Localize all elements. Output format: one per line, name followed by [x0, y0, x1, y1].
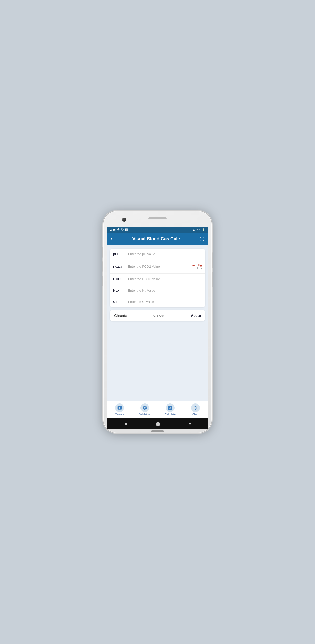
ph-row: pH Enter the pH Value [110, 249, 205, 260]
shield-icon: 🛡 [121, 228, 124, 231]
ph-label: pH [113, 252, 128, 256]
validation-nav-label: Validation [139, 413, 150, 416]
phone-screen: 2:35 ⚙ 🛡 ▤ ▲ ▲▲ 🔋 ‹ Visual Blood Gas Cal… [107, 227, 208, 429]
back-button[interactable]: ‹ [111, 236, 112, 242]
chronic-acute-toggle[interactable]: Chronic *2-5 Gün Acute [110, 310, 205, 321]
status-bar: 2:35 ⚙ 🛡 ▤ ▲ ▲▲ 🔋 [107, 227, 208, 233]
cl-field-wrap[interactable]: Enter the Cl Value [128, 300, 202, 304]
phone-top-bar [107, 216, 208, 225]
input-card: pH Enter the pH Value PCO2 Enter the PCO… [110, 249, 205, 307]
nav-camera[interactable]: Camera [107, 403, 132, 416]
app-title: Visual Blood Gas Calc [132, 236, 180, 242]
camera-nav-label: Camera [115, 413, 124, 416]
toggle-note: *2-5 Gün [153, 314, 165, 317]
hco3-row: HCO3 Enter the HCO3 Value [110, 274, 205, 285]
cl-row: Cl- Enter the Cl Value [110, 296, 205, 307]
calculate-nav-label: Calculate [165, 413, 176, 416]
content-area: pH Enter the pH Value PCO2 Enter the PCO… [107, 245, 208, 401]
camera-nav-icon [115, 403, 124, 412]
android-home-button[interactable]: ⬤ [156, 421, 160, 426]
ph-field-wrap[interactable]: Enter the pH Value [128, 252, 202, 256]
android-back-button[interactable]: ◀ [124, 422, 127, 426]
pco2-placeholder: Enter the PCO2 Value [128, 265, 160, 268]
validation-nav-icon [140, 403, 149, 412]
speaker-slot [148, 217, 167, 219]
na-placeholder: Enter the Na Value [128, 289, 155, 292]
cl-label: Cl- [113, 300, 128, 304]
battery-icon: 🔋 [202, 228, 205, 231]
info-button[interactable]: ⓘ [200, 236, 204, 242]
na-field-wrap[interactable]: Enter the Na Value [128, 289, 202, 292]
calculate-nav-icon [166, 403, 175, 412]
clear-nav-icon [191, 403, 200, 412]
nav-validation[interactable]: Validation [132, 403, 158, 416]
unit-kpa[interactable]: kPa [197, 267, 202, 270]
signal-icon: ▲▲ [196, 228, 201, 231]
hco3-label: HCO3 [113, 277, 128, 281]
nav-calculate[interactable]: Calculate [158, 403, 183, 416]
unit-toggle[interactable]: mm Hg kPa [192, 263, 202, 270]
gear-icon: ⚙ [117, 228, 120, 231]
hco3-field-wrap[interactable]: Enter the HCO3 Value [128, 277, 202, 281]
card-icon: ▤ [125, 228, 128, 231]
clear-nav-label: Clear [192, 413, 198, 416]
status-right: ▲ ▲▲ 🔋 [192, 228, 205, 231]
hco3-placeholder: Enter the HCO3 Value [128, 277, 160, 281]
ph-placeholder: Enter the pH Value [128, 252, 155, 256]
camera-dot [122, 218, 126, 221]
na-row: Na+ Enter the Na Value [110, 285, 205, 296]
status-time: 2:35 [110, 228, 116, 231]
status-left: 2:35 ⚙ 🛡 ▤ [110, 228, 128, 231]
wifi-icon: ▲ [192, 228, 195, 231]
cl-placeholder: Enter the Cl Value [128, 300, 154, 304]
home-pill [151, 430, 164, 432]
bottom-nav: Camera Validation Calculate [107, 401, 208, 418]
na-label: Na+ [113, 288, 128, 292]
android-nav-bar: ◀ ⬤ ■ [107, 418, 208, 429]
pco2-row: PCO2 Enter the PCO2 Value mm Hg kPa [110, 260, 205, 274]
pco2-label: PCO2 [113, 265, 128, 269]
nav-clear[interactable]: Clear [183, 403, 208, 416]
pco2-field-wrap[interactable]: Enter the PCO2 Value [128, 265, 191, 268]
acute-label: Acute [191, 313, 201, 318]
chronic-label: Chronic [114, 313, 127, 318]
phone-frame: 2:35 ⚙ 🛡 ▤ ▲ ▲▲ 🔋 ‹ Visual Blood Gas Cal… [103, 211, 212, 433]
app-bar: ‹ Visual Blood Gas Calc ⓘ [107, 233, 208, 245]
android-recents-button[interactable]: ■ [189, 422, 191, 425]
unit-mmhg[interactable]: mm Hg [192, 263, 202, 267]
